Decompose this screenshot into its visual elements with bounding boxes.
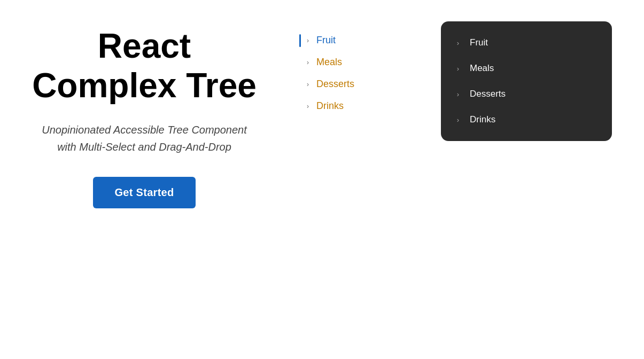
get-started-button[interactable]: Get Started (93, 177, 195, 208)
light-tree-item-desserts[interactable]: ›Desserts (299, 73, 441, 95)
dark-tree-item-fruit[interactable]: ›Fruit (441, 30, 612, 56)
light-tree-item-meals[interactable]: ›Meals (299, 51, 441, 73)
hero-subtitle: Unopinionated Accessible Tree Component … (32, 121, 257, 155)
light-tree-label-desserts: Desserts (316, 79, 354, 90)
chevron-right-icon: › (304, 36, 312, 45)
chevron-right-icon: › (304, 58, 312, 67)
dark-tree-label-desserts: Desserts (470, 89, 506, 99)
dark-tree-section: ›Fruit›Meals›Desserts›Drinks (441, 21, 612, 141)
chevron-right-icon: › (454, 115, 462, 124)
dark-tree-container: ›Fruit›Meals›Desserts›Drinks (441, 21, 612, 141)
light-tree-item-fruit[interactable]: ›Fruit (299, 29, 441, 51)
dark-tree-label-fruit: Fruit (470, 37, 488, 48)
chevron-right-icon: › (304, 102, 312, 111)
dark-tree-list: ›Fruit›Meals›Desserts›Drinks (441, 30, 612, 132)
dark-tree-item-meals[interactable]: ›Meals (441, 56, 612, 81)
light-tree-item-drinks[interactable]: ›Drinks (299, 95, 441, 117)
light-tree-label-fruit: Fruit (316, 35, 336, 46)
dark-tree-item-desserts[interactable]: ›Desserts (441, 81, 612, 107)
light-tree-list: ›Fruit›Meals›Desserts›Drinks (299, 29, 441, 117)
chevron-right-icon: › (454, 38, 462, 47)
hero-section: React Complex Tree Unopinionated Accessi… (32, 21, 257, 208)
chevron-right-icon: › (454, 90, 462, 98)
dark-tree-item-drinks[interactable]: ›Drinks (441, 107, 612, 132)
dark-tree-label-meals: Meals (470, 63, 494, 74)
chevron-right-icon: › (304, 80, 312, 89)
light-tree-label-drinks: Drinks (316, 100, 344, 112)
dark-tree-label-drinks: Drinks (470, 114, 495, 125)
page-layout: React Complex Tree Unopinionated Accessi… (32, 21, 612, 208)
chevron-right-icon: › (454, 64, 462, 73)
light-tree-section: ›Fruit›Meals›Desserts›Drinks (257, 21, 441, 117)
light-tree-label-meals: Meals (316, 57, 342, 68)
page-title: React Complex Tree (32, 27, 257, 105)
